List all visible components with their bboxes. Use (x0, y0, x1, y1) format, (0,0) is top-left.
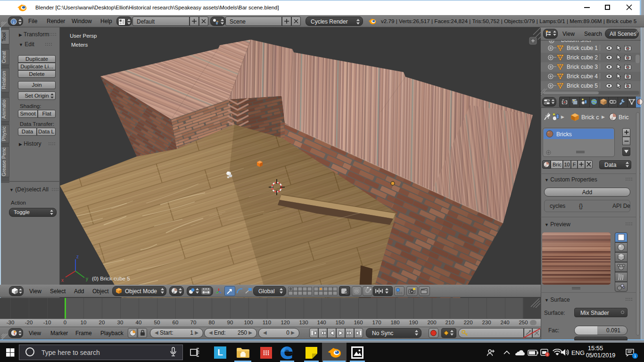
svg-text:!: ! (547, 353, 548, 356)
svg-text:x: x (61, 278, 64, 283)
svg-text:z: z (76, 254, 79, 259)
svg-text:Meters: Meters (71, 42, 88, 48)
svg-text:User Persp: User Persp (70, 33, 97, 39)
svg-text:(0) Brick cube 5: (0) Brick cube 5 (92, 276, 130, 281)
svg-text:y: y (86, 276, 88, 281)
